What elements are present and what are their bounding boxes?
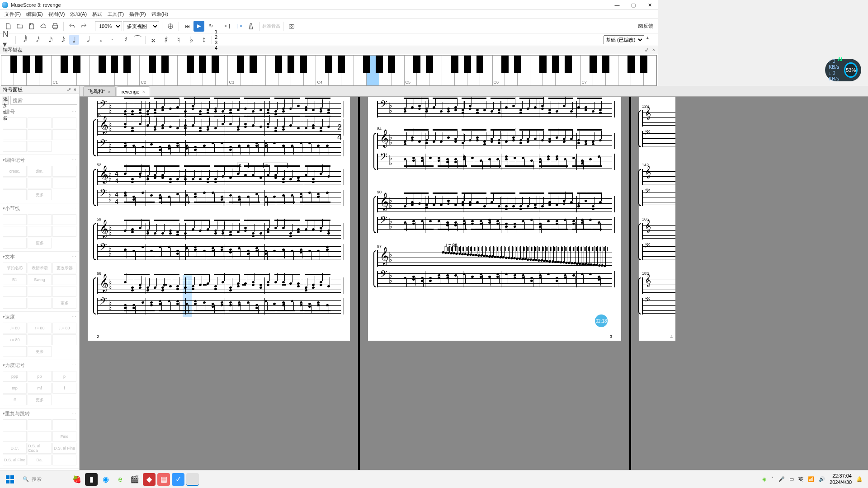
palette-item[interactable]: [52, 117, 76, 128]
sharp[interactable]: ♯: [161, 35, 171, 45]
palette-item[interactable]: D.S. al Coda: [28, 443, 52, 454]
black-key[interactable]: [426, 56, 433, 73]
duration-16th[interactable]: 𝅘𝅥𝅯: [44, 35, 54, 45]
palette-undock[interactable]: ⤢: [67, 87, 71, 92]
palette-item[interactable]: [3, 129, 27, 140]
palette-item[interactable]: [52, 166, 76, 177]
minimize-button[interactable]: —: [609, 0, 625, 10]
taskbar-app-1[interactable]: 🍓: [71, 473, 83, 486]
palette-item[interactable]: [52, 178, 76, 188]
palette-item[interactable]: [28, 419, 52, 430]
open-file-button[interactable]: [14, 21, 25, 32]
maximize-button[interactable]: ▢: [625, 0, 642, 10]
palette-item[interactable]: [28, 117, 52, 128]
menu-file[interactable]: 文件(F): [2, 10, 24, 19]
start-button[interactable]: [3, 472, 17, 487]
palette-item[interactable]: [52, 286, 76, 297]
taskbar-app-8[interactable]: ✓: [172, 473, 184, 486]
palette-item[interactable]: [28, 431, 52, 442]
concert-pitch-button[interactable]: [165, 21, 176, 32]
palette-section-header[interactable]: 文本⋯: [0, 252, 79, 262]
taskbar-app-5[interactable]: 🎬: [128, 473, 141, 486]
loop-out-button[interactable]: |⇥: [234, 21, 245, 32]
palette-section-header[interactable]: 谱号⋯: [0, 107, 79, 117]
black-key[interactable]: [99, 56, 106, 73]
black-key[interactable]: [61, 56, 68, 73]
taskbar-search[interactable]: 🔍 搜索: [19, 473, 69, 486]
tray-icon[interactable]: ◉: [762, 476, 767, 482]
black-key[interactable]: [187, 56, 194, 73]
palette-item[interactable]: ♪= 80: [3, 334, 27, 345]
piano-keyboard[interactable]: C1C2C3C4C5C6C7: [1, 55, 657, 86]
palette-item[interactable]: pp: [28, 371, 52, 382]
workspace-select[interactable]: 基础 (已编改): [604, 35, 644, 44]
palette-item[interactable]: D.S. al Fine: [3, 455, 27, 465]
black-key[interactable]: [23, 56, 30, 73]
voice-3[interactable]: 3: [215, 40, 217, 45]
tray-battery-icon[interactable]: ▭: [789, 476, 794, 482]
palette-item[interactable]: [3, 141, 27, 152]
palette-item[interactable]: 更多: [28, 394, 52, 405]
tray-wifi-icon[interactable]: 📶: [808, 476, 814, 482]
palette-item[interactable]: [52, 274, 76, 285]
zoom-select[interactable]: 100%: [95, 21, 122, 31]
taskbar-app-4[interactable]: e: [114, 473, 127, 486]
palette-item[interactable]: cresc.: [3, 166, 27, 177]
menu-edit[interactable]: 编辑(E): [24, 10, 46, 19]
palette-item[interactable]: 更多: [28, 346, 52, 357]
taskbar-app-2[interactable]: ▮: [85, 473, 98, 486]
feedback-button[interactable]: ✉ 反馈: [636, 21, 655, 32]
palette-item[interactable]: [3, 214, 27, 225]
black-key[interactable]: [275, 56, 282, 73]
black-key[interactable]: [590, 56, 597, 73]
palette-item[interactable]: [52, 129, 76, 140]
palette-item[interactable]: dim.: [28, 166, 52, 177]
black-key[interactable]: [338, 56, 345, 73]
black-key[interactable]: [325, 56, 332, 73]
palette-item[interactable]: ♩= 80: [3, 323, 27, 333]
palette-item[interactable]: 节拍名称: [3, 263, 27, 273]
cloud-button[interactable]: [38, 21, 49, 32]
tab-0[interactable]: 飞鸟和*×: [83, 86, 116, 96]
duration-32nd[interactable]: 𝅘𝅥𝅰: [31, 35, 41, 45]
palette-item[interactable]: [52, 455, 76, 465]
palette-item[interactable]: [28, 286, 52, 297]
black-key[interactable]: [161, 56, 169, 73]
palette-search-input[interactable]: [10, 96, 77, 105]
palette-item[interactable]: [28, 298, 52, 309]
menu-view[interactable]: 视图(V): [46, 10, 68, 19]
palette-item[interactable]: [28, 226, 52, 237]
duration-8th[interactable]: 𝅘𝅥𝅮: [57, 35, 66, 45]
black-key[interactable]: [288, 56, 295, 73]
tray-mic-icon[interactable]: 🎤: [778, 476, 785, 482]
piano-close[interactable]: ×: [652, 47, 655, 52]
black-key[interactable]: [565, 56, 572, 73]
palette-section-header[interactable]: 调性记号⋯: [0, 155, 79, 165]
network-speed-widget[interactable]: AI ↑ 0 KB/s ↓ 0 KB/s 53%: [825, 59, 861, 81]
menu-format[interactable]: 格式: [90, 10, 105, 19]
palette-item[interactable]: [3, 117, 27, 128]
taskbar-app-3[interactable]: ◉: [99, 473, 112, 486]
black-key[interactable]: [73, 56, 80, 73]
black-key[interactable]: [640, 56, 647, 73]
palette-item[interactable]: [3, 419, 27, 430]
tie-button[interactable]: ⁀: [132, 35, 142, 45]
undo-button[interactable]: [66, 21, 77, 32]
menu-help[interactable]: 帮助(H): [149, 10, 171, 19]
palette-item[interactable]: [3, 189, 27, 200]
taskbar-clock[interactable]: 22:37:042024/4/30: [830, 473, 852, 485]
palette-item[interactable]: [52, 226, 76, 237]
redo-button[interactable]: [78, 21, 89, 32]
black-key[interactable]: [212, 56, 219, 73]
palette-close[interactable]: ×: [74, 87, 76, 92]
black-key[interactable]: [123, 56, 131, 73]
tray-notifications-icon[interactable]: 🔔: [856, 476, 863, 482]
tray-expand[interactable]: ˄: [771, 476, 774, 482]
palette-item[interactable]: D.C.: [3, 443, 27, 454]
palette-item[interactable]: [52, 419, 76, 430]
close-button[interactable]: ✕: [642, 0, 658, 10]
tab-close-icon[interactable]: ×: [142, 89, 145, 94]
black-key[interactable]: [451, 56, 458, 73]
black-key[interactable]: [300, 56, 307, 73]
rest-button[interactable]: 𝄽: [120, 35, 130, 45]
